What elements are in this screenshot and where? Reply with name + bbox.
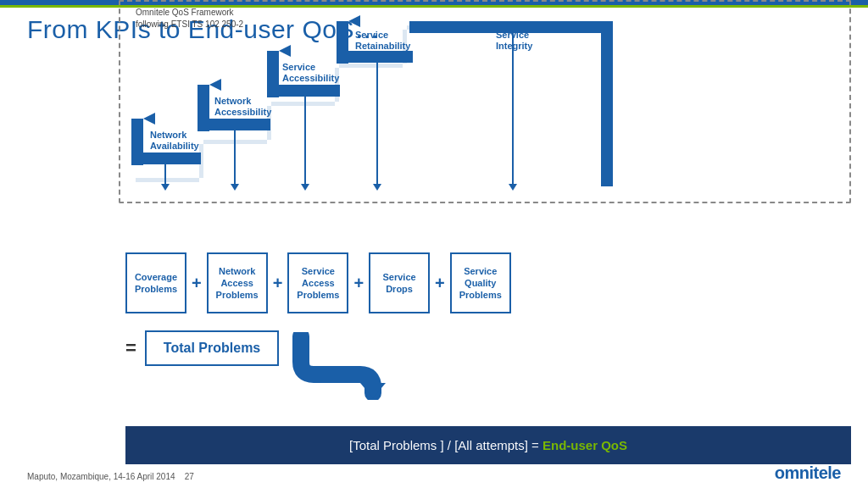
footer: Maputo, Mozambique, 14-16 April 2014 27 — [27, 472, 194, 481]
svg-text:Service: Service — [282, 62, 315, 72]
svg-marker-11 — [143, 113, 155, 125]
svg-rect-2 — [131, 119, 143, 165]
svg-marker-28 — [231, 184, 239, 191]
formula-highlight: End-user QoS — [542, 438, 627, 452]
staircase-diagram: Network Availability Network Accessibili… — [131, 13, 674, 199]
svg-marker-32 — [373, 184, 381, 191]
svg-rect-8 — [337, 21, 348, 64]
equals-sign: = — [125, 337, 136, 359]
svg-marker-34 — [509, 184, 517, 191]
service-drops-box: ServiceDrops — [369, 252, 430, 313]
svg-text:Retainability: Retainability — [355, 41, 411, 51]
service-quality-problems-box: ServiceQualityProblems — [450, 252, 511, 313]
svg-marker-13 — [279, 45, 291, 57]
svg-marker-12 — [209, 79, 221, 91]
service-access-problems-box: ServiceAccessProblems — [287, 252, 348, 313]
svg-text:Availability: Availability — [150, 141, 200, 151]
plus-3: + — [352, 274, 365, 293]
svg-rect-6 — [267, 51, 279, 97]
svg-marker-26 — [161, 184, 170, 191]
formula-bar: [Total Problems ] / [All attempts] = End… — [125, 426, 851, 464]
svg-marker-35 — [360, 383, 386, 398]
svg-rect-4 — [198, 85, 209, 131]
total-problems-label: Total Problems — [164, 341, 260, 355]
svg-text:Network: Network — [150, 130, 187, 140]
network-access-problems-box: NetworkAccessProblems — [207, 252, 268, 313]
plus-2: + — [271, 274, 285, 293]
formula-text: [Total Problems ] / [All attempts] = End… — [349, 438, 627, 452]
svg-rect-10 — [601, 21, 613, 186]
problems-row: CoverageProblems + NetworkAccessProblems… — [125, 252, 851, 313]
plus-1: + — [190, 274, 203, 293]
omnitele-logo: omnitele — [775, 463, 841, 483]
svg-marker-14 — [348, 15, 360, 27]
big-arrow — [250, 332, 403, 400]
svg-text:Accessibility: Accessibility — [214, 107, 272, 117]
coverage-problems-box: CoverageProblems — [125, 252, 186, 313]
svg-text:Accessibility: Accessibility — [282, 73, 340, 83]
svg-marker-30 — [301, 184, 309, 191]
svg-text:Service: Service — [355, 30, 388, 40]
svg-text:Network: Network — [214, 96, 252, 106]
svg-text:Integrity: Integrity — [496, 41, 533, 51]
plus-4: + — [433, 274, 447, 293]
